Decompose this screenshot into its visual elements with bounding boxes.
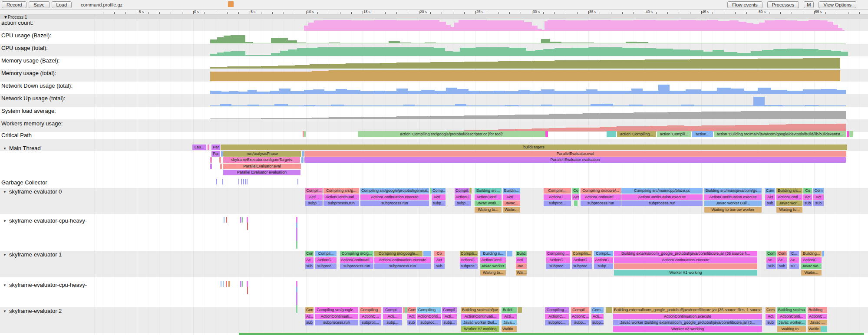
trace-event-mark[interactable] — [247, 223, 248, 230]
trace-slice[interactable] — [849, 131, 853, 137]
trace-slice[interactable]: sub — [305, 320, 314, 325]
trace-slice[interactable]: ActionContinuation.execute — [360, 194, 429, 200]
chevron-down-icon[interactable]: ▼ — [3, 253, 7, 257]
trace-slice[interactable] — [822, 251, 824, 256]
flow-events-button[interactable]: Flow events — [727, 1, 762, 8]
trace-slice[interactable]: su... — [789, 263, 799, 269]
trace-slice[interactable]: subproc... — [460, 263, 478, 269]
trace-event-mark[interactable] — [222, 179, 223, 184]
trace-slice[interactable]: Waiting to... — [777, 326, 806, 332]
trace-slice[interactable]: Java... — [502, 320, 517, 325]
trace-slice[interactable]: ActionC... — [544, 194, 571, 200]
chevron-down-icon[interactable]: ▼ — [3, 283, 7, 287]
trace-slice[interactable]: Com — [813, 188, 824, 194]
trace-slice[interactable]: Act — [407, 314, 416, 319]
chevron-down-icon[interactable]: ▼ — [3, 219, 7, 223]
trace-event-mark[interactable] — [242, 281, 243, 287]
trace-slice[interactable]: Acti... — [591, 314, 604, 319]
trace-event-mark[interactable] — [296, 223, 297, 228]
trace-slice[interactable]: Building src/ma... — [777, 307, 806, 313]
track-label-skyframe-evaluator-cpu-heavy-2[interactable]: ▼skyframe-evaluator-cpu-heavy- — [1, 282, 87, 288]
trace-slice[interactable]: Com — [407, 307, 416, 313]
trace-slice[interactable]: action 'Compiling src/google/protobuf/de… — [358, 131, 545, 137]
trace-event-mark[interactable] — [228, 1, 234, 7]
trace-slice[interactable]: Waiting to borrow worker — [704, 207, 762, 213]
trace-slice[interactable]: Act — [434, 257, 445, 263]
trace-slice[interactable]: Buildin... — [503, 188, 520, 194]
trace-slice[interactable] — [847, 131, 849, 137]
trace-slice[interactable] — [403, 307, 405, 313]
trace-slice[interactable]: ActionC... — [571, 314, 589, 319]
trace-slice[interactable]: sub — [766, 320, 776, 325]
trace-slice[interactable]: ActionC... — [808, 314, 827, 319]
trace-slice[interactable]: Javac wor... — [776, 200, 802, 206]
trace-slice[interactable]: Acti... — [516, 257, 527, 263]
trace-slice[interactable]: Compiling src/google... — [315, 307, 358, 313]
trace-slice[interactable]: Acti... — [502, 314, 517, 319]
trace-slice[interactable]: ActionC... — [572, 257, 592, 263]
trace-slice[interactable]: ActionC... — [315, 257, 337, 263]
trace-slice[interactable]: skyframeExecutor.configureTargets — [223, 157, 300, 163]
trace-slice[interactable]: Ac... — [305, 314, 314, 319]
trace-slice[interactable]: Par — [211, 145, 220, 150]
trace-slice[interactable]: action... — [692, 131, 713, 137]
trace-event-mark[interactable] — [226, 217, 227, 223]
trace-slice[interactable]: Com — [765, 188, 775, 194]
trace-slice[interactable]: Build... — [516, 251, 527, 256]
trace-slice[interactable] — [469, 188, 472, 194]
trace-slice[interactable]: subprocess.run — [581, 200, 621, 206]
trace-slice[interactable]: Waitin... — [502, 326, 517, 332]
trace-slice[interactable]: Waitin... — [503, 207, 520, 213]
trace-slice[interactable]: Acti... — [503, 194, 520, 200]
trace-slice[interactable] — [208, 145, 209, 150]
trace-slice[interactable]: Act — [813, 194, 824, 200]
trace-slice[interactable] — [301, 157, 304, 163]
trace-slice[interactable]: ParallelEvaluator.eval — [304, 151, 846, 157]
trace-slice[interactable]: Acti... — [432, 194, 446, 200]
trace-slice[interactable]: Building src/main/java/com/go... — [704, 188, 762, 194]
trace-event-mark[interactable] — [296, 228, 297, 241]
trace-slice[interactable]: Comp... — [432, 188, 446, 194]
trace-slice[interactable]: Compilin... — [544, 188, 571, 194]
trace-slice[interactable]: Waitin... — [801, 270, 822, 276]
m-button[interactable]: M — [804, 1, 814, 8]
trace-slice[interactable] — [219, 157, 221, 163]
trace-slice[interactable]: ActionC... — [360, 314, 381, 319]
trace-slice[interactable]: ActionContinuation.execute — [374, 257, 431, 263]
trace-slice[interactable] — [405, 307, 407, 313]
trace-slice[interactable] — [821, 326, 827, 332]
trace-slice[interactable]: Javac worker... — [480, 263, 506, 269]
trace-slice[interactable]: Com — [305, 307, 314, 313]
trace-slice[interactable]: Waiting to... — [776, 207, 802, 213]
processes-button[interactable]: Processes — [767, 1, 799, 8]
track-label-skyframe-evaluator-cpu-heavy-1[interactable]: ▼skyframe-evaluator-cpu-heavy- — [1, 217, 87, 224]
trace-slice[interactable]: sub — [407, 320, 416, 325]
trace-event-mark[interactable] — [247, 179, 248, 184]
trace-slice[interactable]: Ac... — [789, 257, 799, 263]
trace-event-mark[interactable] — [296, 281, 297, 287]
trace-slice[interactable]: Compilin... — [572, 251, 592, 256]
trace-slice[interactable]: Building external/com_google_protobuf/ja… — [613, 307, 762, 313]
trace-event-mark[interactable] — [241, 179, 242, 184]
trace-slice[interactable]: subp... — [455, 200, 471, 206]
load-button[interactable]: Load — [52, 1, 72, 8]
trace-event-mark[interactable] — [296, 241, 297, 249]
trace-slice[interactable]: subp... — [594, 263, 613, 269]
trace-slice[interactable]: subp... — [432, 200, 446, 206]
trace-slice[interactable]: Ac... — [766, 257, 776, 263]
trace-slice[interactable]: ActionC... — [546, 257, 570, 263]
trace-slice[interactable] — [423, 251, 431, 256]
trace-event-mark[interactable] — [247, 287, 248, 294]
trace-slice[interactable]: subprocess.run — [315, 320, 358, 325]
trace-slice[interactable]: Javac... — [503, 200, 520, 206]
trace-slice[interactable]: ParallelEvaluator.eval — [223, 164, 301, 169]
trace-slice[interactable]: Building src/main/jav... — [461, 307, 499, 313]
trace-slice[interactable]: Ac... — [305, 257, 314, 263]
trace-slice[interactable]: subproc... — [545, 320, 569, 325]
trace-slice[interactable]: Javac worker Building external/com_googl… — [613, 320, 762, 325]
trace-slice[interactable]: ActionConti... — [417, 314, 441, 319]
trace-slice[interactable]: Waiting to... — [480, 270, 506, 276]
trace-slice[interactable]: buildTargets — [221, 145, 847, 150]
trace-slice[interactable]: ActionConti... — [777, 314, 806, 319]
trace-slice[interactable]: sub — [305, 263, 314, 269]
